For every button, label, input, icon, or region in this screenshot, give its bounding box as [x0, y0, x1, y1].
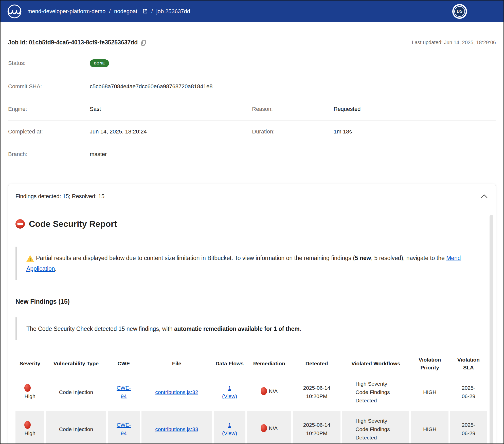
col-remediation: Remediation	[247, 354, 291, 373]
summary-text: The Code Security Check detected 15 new …	[26, 326, 174, 332]
violation-sla-cell: 2025-06-29	[459, 384, 478, 400]
engine-reason-row: Engine: Sast Reason: Requested	[8, 98, 496, 121]
violated-workflows-cell: High Severity Code Findings Detected	[355, 380, 396, 405]
job-id: Job Id: 01cb5fd9-4ca6-4013-8cf9-fe352536…	[8, 39, 146, 46]
file-link[interactable]: contributions.js:32	[155, 389, 198, 395]
commit-sha-label: Commit SHA:	[8, 83, 90, 90]
red-circle-icon	[261, 387, 267, 395]
col-severity: Severity	[15, 354, 44, 373]
job-details-section: Job Id: 01cb5fd9-4ca6-4013-8cf9-fe352536…	[1, 39, 503, 444]
last-updated: Last updated: Jun 14, 2025, 18:29:06	[412, 40, 496, 45]
user-avatar[interactable]: DS	[452, 4, 467, 19]
findings-summary-line: The Code Security Check detected 15 new …	[15, 317, 479, 340]
findings-table-wrapper: Severity Vulnerability Type CWE File Dat…	[15, 353, 489, 444]
findings-card: Findings detected: 15; Resolved: 15 Code…	[8, 184, 496, 444]
report-title-text: Code Security Report	[29, 219, 117, 229]
col-file: File	[141, 354, 212, 373]
warning-text-mid: , 5 resolved), navigate to the	[371, 255, 446, 261]
detected-cell: 2025-06-14 10:20PM	[301, 421, 332, 437]
table-row: High Code Injection CWE-94 contributions…	[15, 374, 487, 410]
status-label: Status:	[8, 60, 90, 66]
vulnerability-type-cell: Code Injection	[46, 374, 106, 410]
col-cwe: CWE	[108, 354, 140, 373]
col-detected: Detected	[293, 354, 340, 373]
copy-icon[interactable]	[141, 40, 146, 46]
breadcrumb-job: job 253637dd	[156, 8, 190, 15]
no-entry-icon	[15, 219, 25, 229]
detected-cell: 2025-06-14 10:20PM	[301, 384, 332, 400]
col-data-flows: Data Flows	[214, 354, 246, 373]
branch-label: Branch:	[8, 151, 90, 158]
col-violation-sla: Violation SLA	[450, 354, 487, 373]
job-id-text: Job Id: 01cb5fd9-4ca6-4013-8cf9-fe352536…	[8, 39, 138, 46]
status-badge: DONE	[90, 59, 109, 67]
severity-cell: High	[24, 384, 35, 400]
col-violation-priority: Violation Priority	[411, 354, 448, 373]
partial-results-warning: !Partial results are displayed below due…	[15, 247, 479, 280]
branch-row: Branch: master	[8, 143, 496, 165]
reason-label: Reason:	[252, 106, 334, 112]
data-flows-link[interactable]: 1 (View)	[221, 421, 238, 437]
completed-at-label: Completed at:	[8, 128, 90, 135]
red-circle-icon	[261, 424, 267, 432]
cwe-link[interactable]: CWE-94	[116, 384, 132, 400]
remediation-text: N/A	[269, 387, 278, 395]
red-circle-icon	[24, 421, 31, 429]
violation-priority-cell: HIGH	[411, 411, 448, 444]
findings-summary: Findings detected: 15; Resolved: 15	[15, 193, 104, 200]
page: { "colors": { "navbar": "#1b3e8f", "badg…	[0, 0, 504, 444]
warning-bold: 5 new	[355, 255, 371, 261]
duration-label: Duration:	[252, 128, 334, 135]
duration-value: 1m 18s	[334, 128, 352, 135]
breadcrumb-repo[interactable]: nodegoat	[114, 8, 137, 15]
branch-value: master	[90, 151, 107, 158]
violation-sla-cell: 2025-06-29	[459, 421, 478, 437]
col-violated-workflows: Violated Workflows	[342, 354, 409, 373]
remediation-text: N/A	[269, 424, 278, 432]
new-findings-heading: New Findings (15)	[15, 298, 489, 305]
status-row: Status: DONE	[8, 52, 496, 75]
engine-label: Engine:	[8, 106, 90, 112]
commit-row: Commit SHA: c5cb68a7084e4ae7dcc60e6a9876…	[8, 75, 496, 98]
severity-text: High	[24, 392, 35, 400]
violated-workflows-cell: High Severity Code Findings Detected	[355, 417, 396, 442]
vulnerability-type-cell: Code Injection	[46, 411, 106, 444]
breadcrumb-separator: /	[151, 8, 153, 14]
report-title: Code Security Report	[15, 219, 489, 229]
completed-at-value: Jun 14, 2025, 18:20:24	[90, 128, 147, 135]
data-flows-link[interactable]: 1 (View)	[221, 384, 238, 400]
scrollbar-thumb[interactable]	[490, 215, 493, 444]
breadcrumb-project[interactable]: mend-developer-platform-demo	[27, 8, 105, 15]
cwe-link[interactable]: CWE-94	[116, 421, 132, 437]
external-link-icon[interactable]	[142, 9, 148, 15]
warning-text-post: .	[55, 265, 57, 272]
file-link[interactable]: contributions.js:33	[155, 426, 198, 432]
violation-priority-cell: HIGH	[411, 374, 448, 410]
findings-table: Severity Vulnerability Type CWE File Dat…	[14, 353, 489, 444]
remediation-cell: N/A	[261, 387, 278, 395]
remediation-cell: N/A	[261, 424, 278, 432]
breadcrumb: mend-developer-platform-demo / nodegoat …	[27, 8, 190, 15]
summary-text-post: .	[300, 326, 301, 332]
findings-card-header: Findings detected: 15; Resolved: 15	[8, 184, 496, 202]
chevron-up-icon[interactable]	[480, 193, 489, 199]
top-navbar: mend-developer-platform-demo / nodegoat …	[1, 1, 503, 22]
col-vulnerability-type: Vulnerability Type	[46, 354, 106, 373]
warning-triangle-icon: !	[26, 255, 34, 262]
avatar-initials: DS	[454, 6, 465, 17]
severity-text: High	[24, 429, 35, 437]
commit-sha-value: c5cb68a7084e4ae7dcc60e6a98768720a81841e8	[90, 83, 212, 90]
warning-text: Partial results are displayed below due …	[36, 255, 355, 261]
breadcrumb-separator: /	[109, 8, 111, 14]
mend-logo-icon[interactable]	[7, 4, 22, 19]
completed-duration-row: Completed at: Jun 14, 2025, 18:20:24 Dur…	[8, 121, 496, 143]
table-header-row: Severity Vulnerability Type CWE File Dat…	[15, 354, 487, 373]
table-row: High Code Injection CWE-94 contributions…	[15, 411, 487, 444]
report-content: Code Security Report !Partial results ar…	[8, 219, 496, 444]
reason-value: Requested	[334, 106, 361, 112]
engine-value: Sast	[90, 106, 101, 112]
severity-cell: High	[24, 421, 35, 437]
summary-bold: automatic remediation available for 1 of…	[174, 326, 300, 332]
red-circle-icon	[24, 384, 31, 392]
